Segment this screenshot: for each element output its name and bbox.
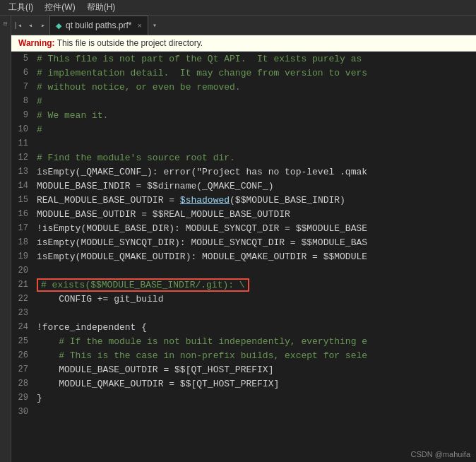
line-number: 17 xyxy=(11,223,37,233)
line-number: 18 xyxy=(11,237,37,247)
line-number: 6 xyxy=(11,68,37,78)
code-line-6: 6# implementation detail. It may change … xyxy=(11,66,476,80)
line-content: !force_independent { xyxy=(37,322,147,333)
code-line-23: 23 xyxy=(11,306,476,320)
line-number: 7 xyxy=(11,82,37,92)
line-number: 26 xyxy=(11,350,37,360)
line-content: # implementation detail. It may change f… xyxy=(37,68,367,78)
line-content: # This file is not part of the Qt API. I… xyxy=(37,54,362,64)
code-line-9: 9# We mean it. xyxy=(11,108,476,122)
tab-dropdown-btn[interactable]: ▾ xyxy=(148,16,161,35)
line-number: 30 xyxy=(11,407,37,417)
code-line-8: 8# xyxy=(11,94,476,108)
code-line-15: 15REAL_MODULE_BASE_OUTDIR = $shadowed($$… xyxy=(11,193,476,207)
tab-nav-prev[interactable]: ◂ xyxy=(24,16,37,35)
line-content: # We mean it. xyxy=(37,110,108,121)
line-number: 25 xyxy=(11,336,37,346)
line-number: 5 xyxy=(11,54,37,64)
tab-title: qt build paths.prf* xyxy=(66,20,131,30)
code-line-20: 20 xyxy=(11,263,476,278)
line-content: isEmpty(_QMAKE_CONF_): error("Project ha… xyxy=(37,167,367,177)
line-content: # xyxy=(37,96,42,107)
warning-text: This file is outside the project directo… xyxy=(55,38,203,48)
menu-tools[interactable]: 工具(I) xyxy=(3,0,39,15)
menu-help[interactable]: 帮助(H) xyxy=(81,0,121,15)
code-line-21: 21# exists($$MODULE_BASE_INDIR/.git): \ xyxy=(11,278,476,292)
line-number: 27 xyxy=(11,365,37,374)
line-number: 13 xyxy=(11,167,37,177)
line-number: 24 xyxy=(11,322,37,332)
line-content: CONFIG += git_build xyxy=(37,294,163,304)
code-area: 5# This file is not part of the Qt API. … xyxy=(11,52,476,419)
code-line-24: 24!force_independent { xyxy=(11,320,476,334)
code-line-12: 12# Find the module's source root dir. xyxy=(11,150,476,165)
code-line-27: 27 MODULE_BASE_OUTDIR = $$[QT_HOST_PREFI… xyxy=(11,362,476,377)
line-number: 19 xyxy=(11,251,37,261)
editor: 5# This file is not part of the Qt API. … xyxy=(11,52,476,460)
statusbar: CSDN @mahuifa xyxy=(405,449,476,460)
tabbar: |◂ ◂ ▸ ◆ qt build paths.prf* × ▾ xyxy=(11,16,476,35)
line-content: REAL_MODULE_BASE_OUTDIR = $shadowed($$MO… xyxy=(37,195,345,206)
code-line-29: 29} xyxy=(11,391,476,405)
line-content: MODULE_QMAKE_OUTDIR = $$[QT_HOST_PREFIX] xyxy=(37,379,279,389)
line-number: 15 xyxy=(11,195,37,205)
code-line-14: 14MODULE_BASE_INDIR = $$dirname(_QMAKE_C… xyxy=(11,179,476,193)
tab-nav-first[interactable]: |◂ xyxy=(11,16,24,35)
line-content: isEmpty(MODULE_SYNCQT_DIR): MODULE_SYNCQ… xyxy=(37,237,367,248)
line-number: 28 xyxy=(11,379,37,389)
line-number: 21 xyxy=(11,280,37,290)
code-line-28: 28 MODULE_QMAKE_OUTDIR = $$[QT_HOST_PREF… xyxy=(11,377,476,391)
code-line-10: 10# xyxy=(11,122,476,136)
panel-toggle[interactable]: ⊟ xyxy=(1,18,11,28)
line-content: # Find the module's source root dir. xyxy=(37,153,235,163)
code-line-19: 19isEmpty(MODULE_QMAKE_OUTDIR): MODULE_Q… xyxy=(11,249,476,263)
line-content: isEmpty(MODULE_QMAKE_OUTDIR): MODULE_QMA… xyxy=(37,251,367,262)
tab-nav-next[interactable]: ▸ xyxy=(37,16,49,35)
left-panel: ⊟ xyxy=(0,16,11,462)
code-line-18: 18isEmpty(MODULE_SYNCQT_DIR): MODULE_SYN… xyxy=(11,235,476,249)
line-number: 20 xyxy=(11,266,37,276)
line-number: 16 xyxy=(11,209,37,219)
code-line-7: 7# without notice, or even be removed. xyxy=(11,80,476,94)
code-line-17: 17!isEmpty(MODULE_BASE_DIR): MODULE_SYNC… xyxy=(11,221,476,235)
code-line-22: 22 CONFIG += git_build xyxy=(11,292,476,306)
menu-widgets[interactable]: 控件(W) xyxy=(39,0,81,15)
line-number: 12 xyxy=(11,153,37,162)
line-content: } xyxy=(37,393,42,403)
line-content: !isEmpty(MODULE_BASE_DIR): MODULE_SYNCQT… xyxy=(37,223,367,234)
line-content: MODULE_BASE_INDIR = $$dirname(_QMAKE_CON… xyxy=(37,181,273,191)
line-content: # This is the case in non-prefix builds,… xyxy=(37,350,367,361)
line-number: 10 xyxy=(11,124,37,134)
code-line-13: 13isEmpty(_QMAKE_CONF_): error("Project … xyxy=(11,165,476,179)
line-number: 14 xyxy=(11,181,37,191)
line-number: 8 xyxy=(11,96,37,106)
code-line-16: 16MODULE_BASE_OUTDIR = $$REAL_MODULE_BAS… xyxy=(11,207,476,221)
code-line-26: 26 # This is the case in non-prefix buil… xyxy=(11,348,476,362)
line-content: MODULE_BASE_OUTDIR = $$REAL_MODULE_BASE_… xyxy=(37,209,290,220)
tab-close-btn[interactable]: × xyxy=(138,21,142,30)
code-line-5: 5# This file is not part of the Qt API. … xyxy=(11,52,476,66)
active-tab[interactable]: ◆ qt build paths.prf* × xyxy=(49,16,148,35)
code-line-25: 25 # If the module is not built independ… xyxy=(11,334,476,348)
code-line-30: 30 xyxy=(11,405,476,419)
tab-file-icon: ◆ xyxy=(56,21,61,30)
line-number: 23 xyxy=(11,308,37,318)
line-number: 22 xyxy=(11,294,37,304)
warning-bar: Warning: This file is outside the projec… xyxy=(11,35,476,52)
line-content: # If the module is not built independent… xyxy=(37,336,367,347)
line-number: 9 xyxy=(11,110,37,120)
line-number: 29 xyxy=(11,393,37,403)
line-content: # exists($$MODULE_BASE_INDIR/.git): \ xyxy=(37,278,249,292)
warning-label: Warning: xyxy=(18,38,55,48)
line-content: # without notice, or even be removed. xyxy=(37,82,241,93)
line-number: 11 xyxy=(11,138,37,148)
code-line-11: 11 xyxy=(11,136,476,150)
menubar: 工具(I) 控件(W) 帮助(H) xyxy=(0,0,476,16)
line-content: MODULE_BASE_OUTDIR = $$[QT_HOST_PREFIX] xyxy=(37,365,273,375)
line-content: # xyxy=(37,124,42,135)
